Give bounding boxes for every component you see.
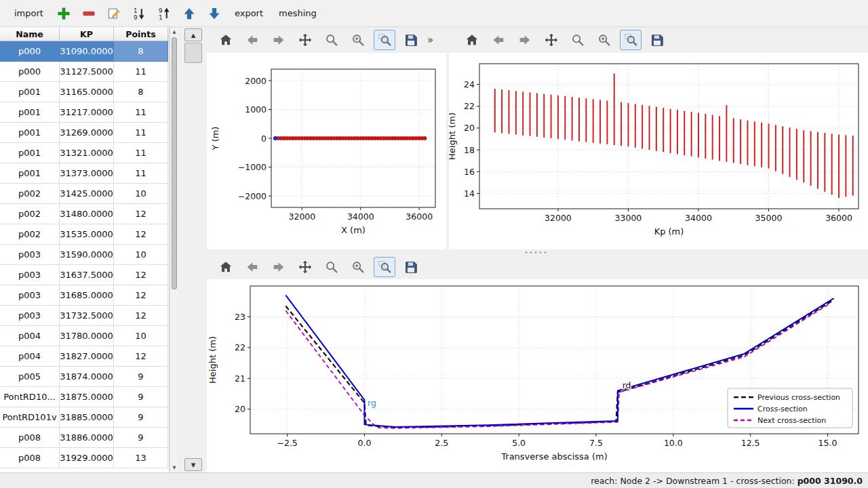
table-cell[interactable]: 31127.5000	[60, 62, 114, 82]
table-cell[interactable]: p003	[0, 306, 60, 326]
table-row[interactable]: p00431780.000010	[0, 326, 169, 346]
back-icon[interactable]	[488, 30, 509, 50]
table-row[interactable]: p00231535.000012	[0, 224, 169, 245]
save-icon[interactable]	[400, 30, 422, 50]
table-cell[interactable]: 31480.0000	[60, 204, 114, 224]
table-cell[interactable]: 12	[114, 285, 168, 306]
table-cell[interactable]: p004	[0, 326, 60, 346]
remove-icon[interactable]	[81, 5, 97, 22]
table-row[interactable]: p00431827.000012	[0, 346, 169, 367]
table-cell[interactable]: p003	[0, 245, 60, 265]
table-row[interactable]: p00231425.000010	[0, 184, 169, 204]
forward-icon[interactable]	[514, 30, 536, 50]
scroll-down-icon[interactable]: ▼	[170, 464, 178, 472]
table-cell[interactable]: 31929.0000	[60, 448, 114, 468]
cross-section-chart[interactable]: −2.50.02.55.07.510.012.515.020212223Tran…	[207, 279, 868, 472]
table-cell[interactable]: 9	[114, 367, 168, 387]
forward-icon[interactable]	[268, 30, 290, 50]
pan-icon[interactable]	[294, 30, 316, 50]
table-cell[interactable]: 31165.0000	[60, 82, 114, 102]
table-cell[interactable]: 12	[114, 224, 168, 245]
table-cell[interactable]: p002	[0, 184, 60, 204]
scroll-down-button[interactable]: ▼	[184, 458, 202, 471]
zoom-in-icon[interactable]	[347, 257, 369, 277]
sort-ascending-icon[interactable]: 91	[156, 5, 172, 22]
table-cell[interactable]: PontRD10...	[0, 387, 60, 407]
scroll-up-button[interactable]: ▲	[184, 28, 202, 41]
table-cell[interactable]: 12	[114, 265, 168, 285]
table-cell[interactable]: 9	[114, 428, 168, 448]
table-cell[interactable]: p001	[0, 123, 60, 143]
table-cell[interactable]: 8	[114, 82, 168, 102]
table-row[interactable]: p00831929.000013	[0, 448, 169, 468]
table-cell[interactable]: 31827.0000	[60, 346, 114, 367]
table-cell[interactable]: 8	[114, 41, 168, 62]
table-scrollbar[interactable]: ▲ ▼	[170, 27, 178, 472]
table-cell[interactable]: 11	[114, 102, 168, 123]
table-cell[interactable]: p001	[0, 82, 60, 102]
table-cell[interactable]: 31874.0000	[60, 367, 114, 387]
add-icon[interactable]	[56, 5, 72, 22]
edit-icon[interactable]	[106, 5, 122, 22]
zoom-area-icon[interactable]	[374, 30, 395, 50]
forward-icon[interactable]	[268, 257, 290, 277]
table-row[interactable]: p00331637.500012	[0, 265, 169, 285]
pan-icon[interactable]	[540, 30, 562, 50]
zoom-in-icon[interactable]	[347, 30, 369, 50]
table-cell[interactable]: p001	[0, 143, 60, 163]
save-icon[interactable]	[400, 257, 422, 277]
table-cell[interactable]: p004	[0, 346, 60, 367]
back-icon[interactable]	[241, 30, 263, 50]
table-cell[interactable]: 31425.0000	[60, 184, 114, 204]
table-cell[interactable]: 31321.0000	[60, 143, 114, 163]
table-cell[interactable]: 10	[114, 184, 168, 204]
table-row[interactable]: p00031127.500011	[0, 62, 169, 82]
table-cell[interactable]: 31685.0000	[60, 285, 114, 306]
table-cell[interactable]: p003	[0, 265, 60, 285]
table-row[interactable]: p00031090.00008	[0, 41, 169, 62]
table-cell[interactable]: p002	[0, 224, 60, 245]
home-icon[interactable]	[215, 30, 237, 50]
table-cell[interactable]: 31373.0000	[60, 163, 114, 184]
table-row[interactable]: p00331685.000012	[0, 285, 169, 306]
column-header-name[interactable]: Name	[0, 27, 60, 41]
table-row[interactable]: PontRD101v31885.00009	[0, 407, 169, 428]
table-cell[interactable]: 10	[114, 326, 168, 346]
table-cell[interactable]: p003	[0, 285, 60, 306]
toolbar-overflow-icon[interactable]: »	[427, 34, 433, 46]
table-cell[interactable]: 31885.0000	[60, 407, 114, 428]
table-row[interactable]: p00831886.00009	[0, 428, 169, 448]
table-cell[interactable]: 31535.0000	[60, 224, 114, 245]
panel-scrollbar[interactable]: ▲ ▼	[184, 28, 202, 471]
export-button[interactable]: export	[231, 6, 267, 20]
column-header-kp[interactable]: KP	[60, 27, 114, 41]
table-cell[interactable]: p000	[0, 62, 60, 82]
zoom-area-icon[interactable]	[374, 257, 395, 277]
zoom-in-icon[interactable]	[593, 30, 615, 50]
table-cell[interactable]: 31090.0000	[60, 41, 114, 62]
table-cell[interactable]: 11	[114, 163, 168, 184]
table-row[interactable]: p00131269.000011	[0, 123, 169, 143]
table-cell[interactable]: 12	[114, 306, 168, 326]
save-icon[interactable]	[646, 30, 668, 50]
home-icon[interactable]	[215, 257, 237, 277]
table-row[interactable]: p00131321.000011	[0, 143, 169, 163]
table-row[interactable]: PontRD10...31875.00009	[0, 387, 169, 407]
table-cell[interactable]: 31269.0000	[60, 123, 114, 143]
table-cell[interactable]: 9	[114, 387, 168, 407]
zoom-area-icon[interactable]	[620, 30, 642, 50]
back-icon[interactable]	[241, 257, 263, 277]
table-cell[interactable]: 11	[114, 143, 168, 163]
table-cell[interactable]: 31732.5000	[60, 306, 114, 326]
table-row[interactable]: p00231480.000012	[0, 204, 169, 224]
home-icon[interactable]	[461, 30, 483, 50]
table-cell[interactable]: 31637.5000	[60, 265, 114, 285]
table-cell[interactable]: 11	[114, 62, 168, 82]
plan-view-chart[interactable]: 320003400036000−2000−1000010002000X (m)Y…	[207, 53, 446, 249]
table-cell[interactable]: 11	[114, 123, 168, 143]
longitudinal-profile-chart[interactable]: 3200033000340003500036000141618202224Kp …	[449, 53, 868, 249]
move-down-icon[interactable]	[206, 5, 222, 22]
table-cell[interactable]: 31590.0000	[60, 245, 114, 265]
table-row[interactable]: p00331590.000010	[0, 245, 169, 265]
table-cell[interactable]: p002	[0, 204, 60, 224]
